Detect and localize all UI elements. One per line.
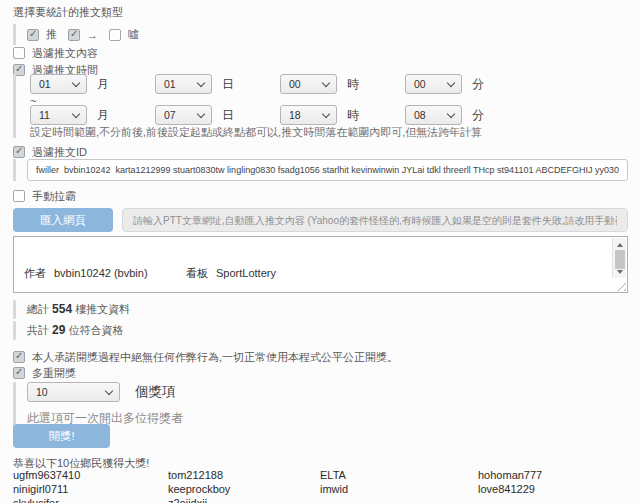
to-month-value: 11 [39, 109, 50, 121]
chevron-down-icon [447, 109, 455, 117]
from-minute-select[interactable]: 00 [405, 74, 462, 94]
multi-draw-checkbox[interactable] [13, 367, 25, 379]
id-list-input[interactable] [27, 159, 628, 181]
minute-unit-label: 分 [472, 107, 484, 124]
textarea-scrollbar[interactable] [612, 238, 626, 278]
arrow-label: → [87, 29, 98, 41]
qualified-suffix: 位符合資格 [68, 324, 123, 336]
filter-content-checkbox[interactable] [13, 47, 25, 59]
from-hour-group: 00 時 [280, 74, 405, 94]
day-unit-label: 日 [222, 107, 234, 124]
time-range-note: 設定時間範圍,不分前後,前後設定起點或終點都可以,推文時間落在範圍內即可,但無法… [30, 125, 482, 140]
push-label: 推 [46, 27, 57, 42]
winner-name: imwid [320, 483, 478, 495]
minute-unit-label: 分 [472, 76, 484, 93]
push-type-row: 推 → 噓 [13, 24, 139, 45]
from-day-value: 01 [164, 78, 176, 90]
total-pushes-stat: 總計 554 樓推文資料 [13, 300, 130, 319]
from-day-select[interactable]: 01 [155, 74, 212, 94]
filter-content-label: 過濾推文內容 [32, 46, 98, 61]
post-author: 作者bvbin10242 (bvbin) [24, 267, 186, 280]
month-unit-label: 月 [97, 107, 109, 124]
winner-name: keeprockboy [168, 483, 320, 495]
winner-name: ninigirl0711 [13, 483, 168, 495]
from-minute-value: 00 [414, 78, 426, 90]
multi-draw-row: 多重開獎 [13, 366, 76, 380]
month-unit-label: 月 [97, 76, 109, 93]
to-hour-select[interactable]: 18 [280, 105, 337, 125]
arrow-checkbox[interactable] [68, 29, 80, 41]
chevron-down-icon [105, 386, 113, 394]
boo-checkbox[interactable] [109, 29, 121, 41]
hour-unit-label: 時 [347, 107, 359, 124]
from-month-select[interactable]: 01 [30, 74, 87, 94]
manual-slot-checkbox[interactable] [13, 190, 25, 202]
id-filter-block [13, 159, 628, 181]
from-hour-value: 00 [289, 78, 301, 90]
qualified-stat: 共計 29 位符合資格 [13, 321, 123, 340]
winner-name: love841229 [478, 483, 628, 495]
from-month-value: 01 [39, 78, 51, 90]
filter-content-row: 過濾推文內容 [13, 46, 98, 60]
scroll-up-icon[interactable] [613, 239, 627, 250]
to-hour-value: 18 [289, 109, 301, 121]
pledge-label: 本人承諾開獎過程中絕無任何作弊行為,一切正常使用本程式公平公正開獎。 [32, 350, 398, 365]
draw-button[interactable]: 開獎! [13, 424, 110, 448]
push-checkbox[interactable] [27, 29, 39, 41]
from-day-group: 01 日 [155, 74, 280, 94]
from-month-group: 01 月 [30, 74, 155, 94]
chevron-down-icon [447, 78, 455, 86]
post-board: 看板SportLottery [186, 267, 276, 280]
prize-count-select[interactable]: 10 [27, 382, 120, 402]
winner-name: tom212188 [168, 469, 320, 481]
post-header-line: 作者bvbin10242 (bvbin) 看板SportLottery [24, 267, 611, 280]
filter-id-checkbox[interactable] [13, 146, 25, 158]
scroll-down-icon[interactable] [613, 266, 627, 277]
arrow-type-option: → [68, 28, 98, 42]
total-count: 554 [52, 302, 72, 316]
qualified-prefix: 共計 [27, 324, 49, 336]
ptt-url-input[interactable] [122, 208, 628, 232]
winner-name: hohoman777 [478, 469, 628, 481]
pledge-row: 本人承諾開獎過程中絕無任何作弊行為,一切正常使用本程式公平公正開獎。 [13, 350, 398, 364]
winner-name: ELTA [320, 469, 478, 481]
winner-name: ugfm9637410 [13, 469, 168, 481]
time-from-row: 01 月 01 日 00 時 00 [30, 74, 530, 94]
pledge-checkbox[interactable] [13, 351, 25, 363]
to-day-select[interactable]: 07 [155, 105, 212, 125]
to-minute-group: 08 分 [405, 105, 530, 125]
import-page-button[interactable]: 匯入網頁 [13, 208, 113, 232]
to-hour-group: 18 時 [280, 105, 405, 125]
prize-count-value: 10 [36, 386, 48, 398]
push-type-option: 推 [27, 28, 57, 42]
multi-draw-label: 多重開獎 [32, 366, 76, 381]
total-prefix: 總計 [27, 303, 49, 315]
chevron-down-icon [322, 109, 330, 117]
chevron-down-icon [72, 109, 80, 117]
chevron-down-icon [72, 78, 80, 86]
manual-slot-row: 手動拉霸 [13, 189, 76, 203]
manual-slot-label: 手動拉霸 [32, 189, 76, 204]
import-row: 匯入網頁 [13, 208, 628, 232]
from-hour-select[interactable]: 00 [280, 74, 337, 94]
winner-name: skylucifer [13, 497, 168, 503]
time-to-row: 11 月 07 日 18 時 08 [30, 105, 530, 125]
filter-id-row: 過濾推文ID [13, 145, 87, 159]
post-content-textarea[interactable]: 作者bvbin10242 (bvbin) 看板SportLottery 標題Re… [13, 236, 628, 293]
filter-id-label: 過濾推文ID [32, 145, 87, 160]
to-month-group: 11 月 [30, 105, 155, 125]
to-minute-value: 08 [414, 109, 426, 121]
total-suffix: 樓推文資料 [75, 303, 130, 315]
chevron-down-icon [197, 78, 205, 86]
post-content: 作者bvbin10242 (bvbin) 看板SportLottery 標題Re… [14, 237, 611, 292]
page-title: 選擇要統計的推文類型 [13, 5, 123, 20]
from-minute-group: 00 分 [405, 74, 530, 94]
prize-count-row: 10 個獎項 [27, 382, 413, 402]
chevron-down-icon [322, 78, 330, 86]
boo-label: 噓 [128, 27, 139, 42]
to-month-select[interactable]: 11 [30, 105, 87, 125]
winners-grid: ugfm9637410 tom212188 ELTA hohoman777 ni… [13, 469, 628, 503]
to-minute-select[interactable]: 08 [405, 105, 462, 125]
to-day-value: 07 [164, 109, 176, 121]
resize-grip-icon[interactable] [614, 279, 626, 291]
